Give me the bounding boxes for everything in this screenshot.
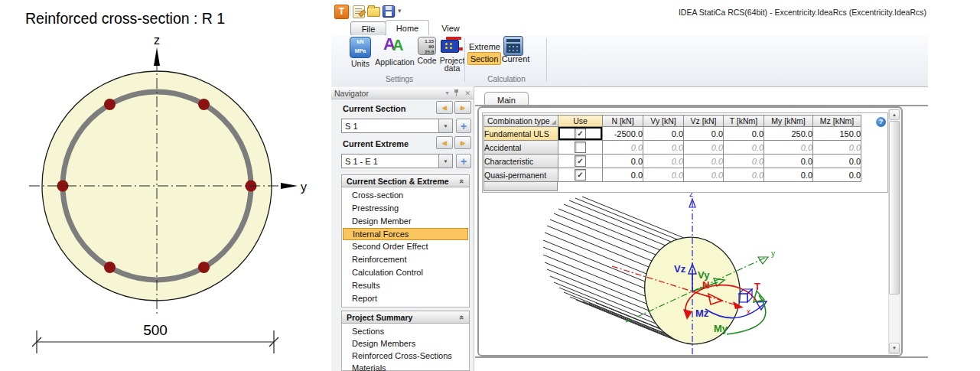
prev-extreme-button[interactable]: ◄ <box>436 136 453 149</box>
cell-t[interactable]: 0.0 <box>724 141 764 155</box>
nav-item-report[interactable]: Report <box>342 292 469 305</box>
cell-mz[interactable]: 0.0 <box>813 168 861 182</box>
file-tab[interactable]: File <box>350 21 386 36</box>
cell-n[interactable]: -2500.0 <box>603 127 643 141</box>
cell-t[interactable]: 0.0 <box>724 127 764 141</box>
scrollbar-thumb[interactable] <box>889 121 900 295</box>
next-extreme-button[interactable]: ► <box>454 136 471 149</box>
table-footer-cell <box>483 181 558 191</box>
project-summary-group: Sections Design Members Reinforced Cross… <box>341 324 470 371</box>
cell-t[interactable]: 0.0 <box>724 168 764 182</box>
open-folder-icon[interactable] <box>367 7 380 17</box>
cell-vy[interactable]: 0.0 <box>643 127 684 141</box>
combo-dropdown-icon[interactable]: ▼ <box>438 155 452 168</box>
row-label[interactable]: Accidental <box>484 141 558 155</box>
section-button[interactable]: Section <box>467 52 501 65</box>
navigator-title: Navigator <box>334 89 369 98</box>
row-label[interactable]: Characteristic <box>484 155 558 168</box>
cell-vy[interactable]: 0.0 <box>643 168 684 182</box>
cell-mz[interactable]: 0.0 <box>813 141 861 155</box>
project-data-label: Project data <box>438 57 466 72</box>
nav-item-design-member[interactable]: Design Member <box>342 215 469 228</box>
row-label[interactable]: Quasi-permanent <box>484 168 558 182</box>
current-button[interactable]: Current <box>499 52 532 65</box>
cell-my[interactable]: 0.0 <box>764 155 813 168</box>
col-vz[interactable]: Vz [kN] <box>684 116 724 127</box>
save-icon[interactable] <box>383 5 395 18</box>
cell-my[interactable]: 0.0 <box>764 141 813 155</box>
project-data-icon <box>441 37 464 55</box>
cell-n[interactable]: 0.0 <box>603 141 643 155</box>
nav-item-internal-forces[interactable]: Internal Forces <box>343 228 468 240</box>
prev-section-button[interactable]: ◄ <box>436 101 453 114</box>
help-icon[interactable]: ? <box>876 117 886 127</box>
col-n[interactable]: N [kN] <box>603 116 643 127</box>
checkmark-icon: ✓ <box>577 157 583 165</box>
col-combination-type[interactable]: Combination type ◢ <box>484 116 558 127</box>
navigator-close-icon[interactable]: ✕ <box>464 89 470 97</box>
new-file-icon[interactable] <box>353 5 365 18</box>
home-tab-label: Home <box>396 24 418 33</box>
scroll-down-button[interactable]: ▼ <box>889 343 900 353</box>
cell-vz[interactable]: 0.0 <box>684 155 724 168</box>
nav-item-cross-section[interactable]: Cross-section <box>342 189 469 202</box>
use-checkbox-cell[interactable]: ✓ <box>558 141 603 155</box>
cell-vz[interactable]: 0.0 <box>684 127 724 141</box>
combo-dropdown-icon[interactable]: ▼ <box>438 119 452 132</box>
section-extreme-group-header[interactable]: Current Section & Extreme « <box>341 174 470 187</box>
col-my[interactable]: My [kNm] <box>764 116 813 127</box>
nav-item-reinforced-cross-sections[interactable]: Reinforced Cross-Sections <box>342 350 469 362</box>
current-section-combo[interactable]: S 1 ▼ <box>341 119 453 133</box>
navigator-pin-icon[interactable] <box>454 89 459 96</box>
use-checkbox-cell[interactable]: ✓ <box>558 155 603 168</box>
nav-item-sections[interactable]: Sections <box>342 325 469 337</box>
cell-vy[interactable]: 0.0 <box>643 155 684 168</box>
use-checkbox-cell[interactable]: ✓ <box>558 168 603 182</box>
next-section-button[interactable]: ► <box>454 101 471 114</box>
table-row: Quasi-permanent ✓ 0.0 0.0 0.0 0.0 0.0 0.… <box>484 168 861 182</box>
cell-vy[interactable]: 0.0 <box>643 141 684 155</box>
cell-my[interactable]: 0.0 <box>764 168 813 182</box>
nav-item-second-order-effect[interactable]: Second Order Effect <box>342 240 469 253</box>
cell-my[interactable]: 250.0 <box>764 127 813 141</box>
nav-item-materials[interactable]: Materials <box>342 362 469 371</box>
table-row: Fundamental ULS ✓ -2500.0 0.0 0.0 0.0 25… <box>484 127 861 141</box>
cell-vz[interactable]: 0.0 <box>684 168 724 182</box>
code-button[interactable]: 1.159025.8 Code <box>415 37 439 64</box>
home-tab[interactable]: Home <box>386 20 429 36</box>
navigator-collapse-icon[interactable]: ▾ <box>445 89 448 96</box>
cell-mz[interactable]: 0.0 <box>813 155 861 168</box>
project-summary-group-header[interactable]: Project Summary « <box>341 311 470 324</box>
extreme-label[interactable]: Extreme <box>469 42 500 51</box>
col-t[interactable]: T [kNm] <box>724 116 764 127</box>
application-button[interactable]: A A Application <box>375 37 415 66</box>
col-use[interactable]: Use <box>558 116 603 127</box>
cell-vz[interactable]: 0.0 <box>684 141 724 155</box>
current-extreme-combo[interactable]: S 1 - E 1 ▼ <box>341 154 453 168</box>
nav-item-calculation-control[interactable]: Calculation Control <box>342 266 469 279</box>
view-tab[interactable]: View <box>434 21 467 34</box>
code-label: Code <box>417 57 436 64</box>
cell-mz[interactable]: 150.0 <box>813 127 861 141</box>
scroll-up-button[interactable]: ▲ <box>889 109 900 120</box>
cell-t[interactable]: 0.0 <box>724 155 764 168</box>
units-button[interactable]: kNMPa Units <box>346 37 375 67</box>
row-label[interactable]: Fundamental ULS <box>484 127 558 141</box>
nav-item-design-members[interactable]: Design Members <box>342 337 469 350</box>
app-logo[interactable]: T <box>334 5 349 19</box>
cell-n[interactable]: 0.0 <box>603 155 643 168</box>
qat-dropdown-icon[interactable]: ▾ <box>398 7 402 15</box>
nav-item-reinforcement[interactable]: Reinforcement <box>342 253 469 266</box>
nav-item-prestressing[interactable]: Prestressing <box>342 202 469 215</box>
col-mz[interactable]: Mz [kNm] <box>813 116 861 127</box>
checkmark-icon: ✓ <box>577 129 583 138</box>
col-vy[interactable]: Vy [kN] <box>643 116 684 127</box>
use-checkbox-cell[interactable]: ✓ <box>558 127 603 141</box>
nav-item-results[interactable]: Results <box>342 279 469 292</box>
add-extreme-button[interactable]: + <box>456 154 471 168</box>
project-data-button[interactable]: Project data <box>438 37 467 72</box>
right-arrow-icon: ► <box>460 139 467 147</box>
cell-n[interactable]: 0.0 <box>603 168 643 182</box>
add-section-button[interactable]: + <box>456 119 471 133</box>
table-row: Characteristic ✓ 0.0 0.0 0.0 0.0 0.0 0.0 <box>484 155 861 168</box>
